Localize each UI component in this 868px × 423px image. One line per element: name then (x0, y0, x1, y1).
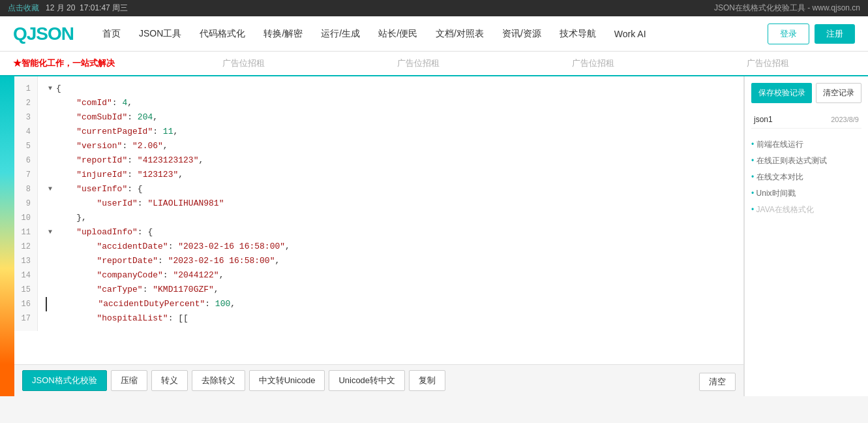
nav-tech[interactable]: 技术导航 (550, 16, 605, 52)
nav-webmaster[interactable]: 站长/便民 (369, 16, 427, 52)
code-line: "comId": 4, (46, 96, 736, 110)
save-record-button[interactable]: 保存校验记录 (751, 83, 812, 103)
code-line: "carType": "KMD1170GZF", (46, 283, 736, 297)
btn-unicode2cn[interactable]: Unicode转中文 (329, 370, 405, 391)
right-sidebar: 保存校验记录 清空记录 json1 2023/8/9 前端在线运行 在线正则表达… (744, 76, 868, 396)
btn-unescape[interactable]: 去除转义 (192, 370, 245, 391)
nav-news[interactable]: 资讯/资源 (493, 16, 550, 52)
code-line: "reportId": "4123123123", (46, 153, 736, 168)
site-title: JSON在线格式化校验工具 - www.qjson.cn (714, 3, 860, 14)
editor-scroll[interactable]: 12345 678910 1112131415 1617 ▼{ "comId":… (14, 76, 743, 364)
nav-json[interactable]: JSON工具 (130, 16, 190, 52)
line-numbers: 12345 678910 1112131415 1617 (14, 76, 38, 331)
toolbar: JSON格式化校验 压缩 转义 去除转义 中文转Unicode Unicode转… (14, 364, 743, 396)
toggle-1[interactable]: ▼ (46, 84, 55, 93)
code-line: }, (46, 211, 736, 225)
toggle-11[interactable]: ▼ (46, 228, 55, 237)
code-line: "currentPageId": 11, (46, 125, 736, 139)
saved-item[interactable]: json1 2023/8/9 (751, 111, 861, 129)
code-line: "reportDate": "2023-02-16 16:58:00", (46, 254, 736, 268)
code-line-cursor: "accidentDutyPercent": 100, (46, 297, 736, 311)
ad-slot-3[interactable]: 广告位招租 (506, 57, 681, 69)
btn-escape[interactable]: 转义 (151, 370, 188, 391)
top-bar: 点击收藏 12 月 20 17:01:47 周三 JSON在线格式化校验工具 -… (0, 0, 868, 16)
toggle-2 (46, 99, 55, 108)
code-line: ▼{ (46, 82, 736, 96)
btn-cn2unicode[interactable]: 中文转Unicode (249, 370, 325, 391)
code-line: "injureId": "123123", (46, 168, 736, 182)
code-line: "version": "2.06", (46, 139, 736, 153)
code-content[interactable]: ▼{ "comId": 4, "comSubId": 204, "current… (38, 76, 743, 331)
login-button[interactable]: 登录 (768, 24, 809, 44)
ad-smart[interactable]: ★智能化工作，一站式解决 (13, 57, 157, 69)
ad-banner: ★智能化工作，一站式解决 广告位招租 广告位招租 广告位招租 广告位招租 (0, 52, 868, 76)
code-view: 12345 678910 1112131415 1617 ▼{ "comId":… (14, 76, 743, 331)
left-deco (0, 76, 14, 396)
sidebar-links: 前端在线运行 在线正则表达式测试 在线文本对比 Unix时间戳 JAVA在线格式… (751, 139, 861, 215)
code-line: ▼ "userInfo": { (46, 182, 736, 196)
ad-slot-4[interactable]: 广告位招租 (680, 57, 855, 69)
clear-editor-button[interactable]: 清空 (699, 373, 736, 391)
nav-run[interactable]: 运行/生成 (312, 16, 369, 52)
btn-format[interactable]: JSON格式化校验 (22, 370, 107, 391)
sidebar-link-java[interactable]: JAVA在线格式化 (751, 204, 861, 215)
ad-slot-2[interactable]: 广告位招租 (331, 57, 506, 69)
main-nav: 首页 JSON工具 代码格式化 转换/解密 运行/生成 站长/便民 文档/对照表… (93, 16, 768, 52)
nav-convert[interactable]: 转换/解密 (254, 16, 312, 52)
header: QJSON 首页 JSON工具 代码格式化 转换/解密 运行/生成 站长/便民 … (0, 16, 868, 52)
sidebar-link-frontend[interactable]: 前端在线运行 (751, 139, 861, 150)
ad-slot-1[interactable]: 广告位招租 (157, 57, 331, 69)
code-line: ▼ "uploadInfo": { (46, 225, 736, 240)
sidebar-link-unix[interactable]: Unix时间戳 (751, 188, 861, 199)
code-line: "comSubId": 204, (46, 110, 736, 125)
code-line: "accidentDate": "2023-02-16 16:58:00", (46, 240, 736, 254)
header-actions: 登录 注册 (768, 24, 855, 44)
toggle-8[interactable]: ▼ (46, 185, 55, 194)
code-line: "userId": "LIAOLIHUAN981" (46, 196, 736, 211)
btn-compress[interactable]: 压缩 (111, 370, 147, 391)
editor-container: 12345 678910 1112131415 1617 ▼{ "comId":… (14, 76, 744, 396)
btn-copy[interactable]: 复制 (409, 370, 445, 391)
nav-ai[interactable]: Work AI (605, 16, 655, 52)
datetime: 12 月 20 17:01:47 周三 (46, 3, 128, 14)
nav-home[interactable]: 首页 (93, 16, 130, 52)
saved-item-date: 2023/8/9 (831, 116, 859, 123)
code-line: "companyCode": "2044122", (46, 268, 736, 283)
bookmark-link[interactable]: 点击收藏 (8, 3, 39, 14)
nav-code[interactable]: 代码格式化 (190, 16, 254, 52)
clear-record-button[interactable]: 清空记录 (816, 83, 861, 103)
saved-item-name: json1 (754, 115, 773, 124)
main-content: 12345 678910 1112131415 1617 ▼{ "comId":… (0, 76, 868, 396)
logo[interactable]: QJSON (13, 24, 74, 44)
sidebar-link-textdiff[interactable]: 在线文本对比 (751, 172, 861, 183)
register-button[interactable]: 注册 (815, 24, 855, 44)
nav-docs[interactable]: 文档/对照表 (427, 16, 493, 52)
sidebar-top-buttons: 保存校验记录 清空记录 (751, 83, 861, 103)
sidebar-link-regex[interactable]: 在线正则表达式测试 (751, 155, 861, 166)
code-line: "hospitalList": [[ (46, 311, 736, 326)
